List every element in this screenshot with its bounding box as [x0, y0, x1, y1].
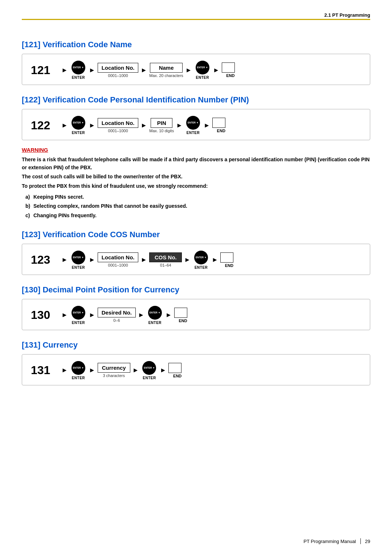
warning-title: WARNING: [22, 147, 370, 153]
arrow: ►: [61, 66, 68, 74]
enter-circle: ENTER ▼: [142, 361, 156, 375]
input-desired-no-130: Desired No.: [98, 308, 136, 317]
end-box-121: [222, 62, 235, 73]
code-131: 131: [31, 364, 56, 377]
enter-label: ENTER: [196, 76, 209, 80]
warning-body: There is a risk that fraudulent telephon…: [22, 156, 370, 220]
enter-circle: ENTER ▼: [72, 61, 85, 74]
enter-circle: ENTER ▼: [186, 116, 200, 130]
top-rule: [22, 19, 370, 20]
arrow: ►: [89, 366, 95, 374]
enter-btn-123-2: ENTER ▼ ENTER: [194, 251, 208, 270]
end-box-130: [174, 308, 187, 318]
diagram-121: 121 ► ENTER ▼ ENTER ► Location No. 0001–…: [22, 54, 370, 85]
enter-circle: ENTER ▼: [72, 251, 85, 264]
arrow: ►: [61, 366, 68, 374]
enter-label: ENTER: [148, 321, 162, 325]
arrow: ►: [184, 256, 191, 264]
arrow: ►: [213, 66, 220, 74]
list-item-c: c)Changing PINs frequently.: [25, 212, 370, 220]
enter-btn-130-2: ENTER ▼ ENTER: [148, 306, 162, 325]
enter-label: ENTER: [187, 131, 200, 135]
enter-label: ENTER: [72, 131, 85, 135]
arrow: ►: [204, 122, 210, 129]
footer-left: PT Programming Manual: [303, 539, 356, 544]
enter-circle: ENTER ▼: [72, 116, 85, 130]
arrow: ►: [185, 66, 192, 74]
list-item-a: a)Keeping PINs secret.: [25, 193, 370, 201]
arrow: ►: [160, 366, 166, 374]
enter-circle: ENTER ▼: [194, 251, 208, 264]
enter-btn-131-1: ENTER ▼ ENTER: [72, 361, 85, 380]
enter-label: ENTER: [195, 266, 208, 270]
enter-label: ENTER: [72, 376, 85, 380]
section-131: [131] Currency 131 ► ENTER ▼ ENTER ► Cur…: [22, 340, 370, 385]
section-122: [122] Verification Code Personal Identif…: [22, 95, 370, 220]
input-location-no-121: Location No.: [98, 63, 139, 73]
enter-btn-121-2: ENTER ▼ ENTER: [196, 61, 209, 80]
arrow: ►: [89, 122, 95, 129]
enter-circle: ENTER ▼: [148, 306, 162, 320]
enter-circle: ENTER ▼: [72, 306, 85, 320]
end-box-123: [220, 252, 233, 263]
arrow: ►: [140, 122, 147, 129]
enter-label: ENTER: [143, 376, 156, 380]
enter-label: ENTER: [72, 321, 85, 325]
enter-circle: ENTER ▼: [196, 61, 209, 74]
arrow: ►: [89, 256, 95, 264]
warning-list: a)Keeping PINs secret. b)Selecting compl…: [22, 193, 370, 220]
code-130: 130: [31, 308, 56, 322]
input-location-no-123: Location No.: [98, 252, 139, 262]
warning-para-2: The cost of such calls will be billed to…: [22, 173, 370, 181]
warning-para-1: There is a risk that fraudulent telephon…: [22, 156, 370, 171]
footer-divider: [360, 538, 361, 544]
warning-para-3: To protect the PBX from this kind of fra…: [22, 182, 370, 190]
enter-btn-122-1: ENTER ▼ ENTER: [72, 116, 85, 135]
section-131-title: [131] Currency: [22, 340, 370, 350]
footer-right: 29: [365, 539, 370, 544]
arrow: ►: [61, 311, 68, 319]
input-cos-no-123: COS No.: [149, 252, 182, 262]
section-121-title: [121] Verification Code Name: [22, 40, 370, 49]
enter-btn-131-2: ENTER ▼ ENTER: [142, 361, 156, 380]
input-currency-131: Currency: [98, 363, 130, 373]
section-130: [130] Decimal Point Position for Currenc…: [22, 285, 370, 330]
end-box-122: [212, 118, 225, 128]
diagram-122: 122 ► ENTER ▼ ENTER ► Location No. 0001–…: [22, 109, 370, 140]
code-121: 121: [31, 64, 56, 77]
arrow: ►: [212, 256, 218, 264]
arrow: ►: [89, 66, 95, 74]
section-130-title: [130] Decimal Point Position for Currenc…: [22, 285, 370, 295]
end-box-131: [168, 363, 181, 373]
input-location-no-122: Location No.: [98, 118, 139, 128]
footer: PT Programming Manual 29: [303, 538, 370, 544]
enter-btn-122-2: ENTER ▼ ENTER: [186, 116, 200, 135]
enter-btn-123-1: ENTER ▼ ENTER: [72, 251, 85, 270]
section-121: [121] Verification Code Name 121 ► ENTER…: [22, 40, 370, 85]
arrow: ►: [140, 66, 147, 74]
list-item-b: b)Selecting complex, random PINs that ca…: [25, 202, 370, 210]
warning-section: WARNING There is a risk that fraudulent …: [22, 147, 370, 220]
arrow: ►: [61, 256, 68, 264]
arrow: ►: [176, 122, 183, 129]
diagram-130: 130 ► ENTER ▼ ENTER ► Desired No. 0–6 ►: [22, 299, 370, 330]
arrow: ►: [166, 311, 172, 319]
section-122-title: [122] Verification Code Personal Identif…: [22, 95, 370, 105]
section-label: 2.1 PT Programming: [324, 12, 370, 18]
enter-label: ENTER: [72, 76, 85, 80]
code-122: 122: [31, 119, 56, 132]
arrow: ►: [138, 311, 144, 319]
section-123: [123] Verification Code COS Number 123 ►…: [22, 230, 370, 275]
enter-btn-121-1: ENTER ▼ ENTER: [72, 61, 85, 80]
enter-label: ENTER: [72, 266, 85, 270]
arrow: ►: [132, 366, 139, 374]
diagram-131: 131 ► ENTER ▼ ENTER ► Currency 3 charact…: [22, 354, 370, 385]
enter-circle: ENTER ▼: [72, 361, 85, 375]
input-name-121: Name: [150, 63, 183, 73]
input-pin-122: PIN: [151, 118, 172, 128]
arrow: ►: [61, 122, 68, 129]
arrow: ►: [89, 311, 95, 319]
section-123-title: [123] Verification Code COS Number: [22, 230, 370, 239]
diagram-123: 123 ► ENTER ▼ ENTER ► Location No. 0001–…: [22, 244, 370, 275]
enter-btn-130-1: ENTER ▼ ENTER: [72, 306, 85, 325]
